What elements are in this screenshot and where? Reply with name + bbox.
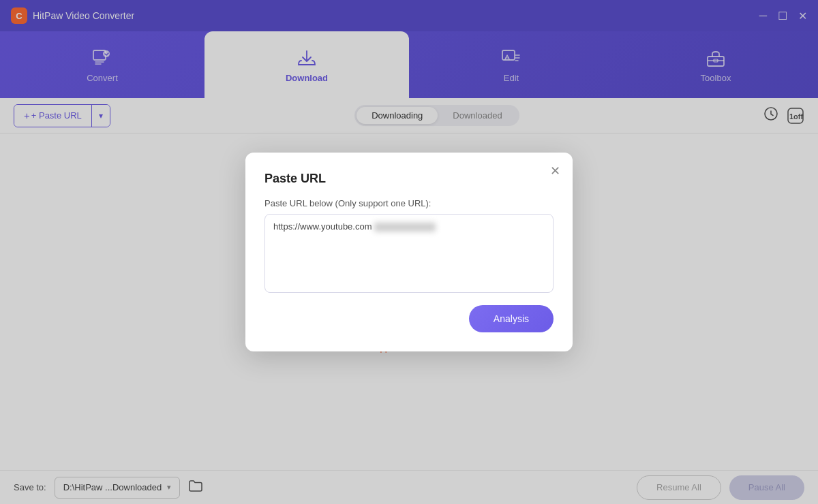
modal-overlay: Paste URL ✕ Paste URL below (Only suppor… (0, 0, 818, 504)
analysis-button[interactable]: Analysis (469, 305, 554, 332)
modal-footer: Analysis (264, 305, 554, 332)
modal-close-button[interactable]: ✕ (550, 163, 560, 178)
paste-url-modal: Paste URL ✕ Paste URL below (Only suppor… (245, 153, 573, 351)
modal-description: Paste URL below (Only support one URL): (264, 198, 554, 208)
url-input-area[interactable]: https://www.youtube.com (264, 214, 554, 293)
url-blurred-text (374, 223, 436, 232)
modal-title: Paste URL (264, 172, 554, 186)
url-visible-text: https://www.youtube.com (273, 221, 372, 232)
